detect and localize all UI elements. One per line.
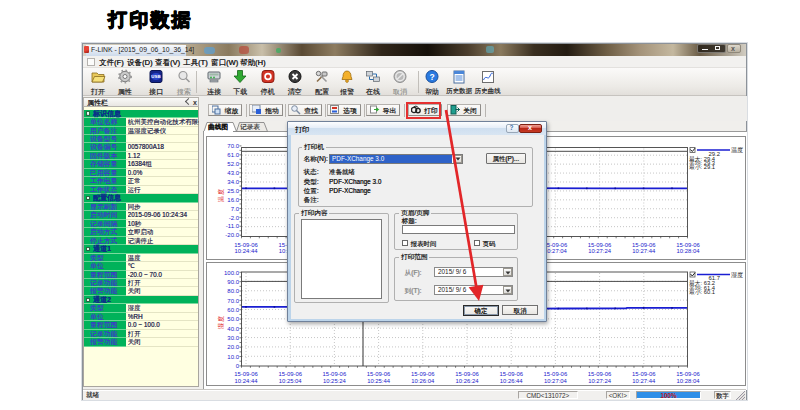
svg-text:最小: 29.1: 最小: 29.1 — [689, 164, 715, 170]
svg-text:-2.0: -2.0 — [229, 215, 240, 221]
svg-text:10:25:04: 10:25:04 — [279, 378, 303, 384]
svg-text:-11.0: -11.0 — [226, 223, 240, 229]
svg-text:60.0: 60.0 — [227, 307, 239, 313]
svg-text:-20.0: -20.0 — [225, 232, 239, 238]
svg-text:10:28:04: 10:28:04 — [677, 378, 701, 384]
svg-text:10:25:24: 10:25:24 — [323, 378, 347, 384]
svg-text:15-09-06: 15-09-06 — [676, 242, 700, 248]
svg-text:61.0: 61.0 — [227, 152, 239, 158]
svg-text:温度: 温度 — [731, 146, 743, 154]
svg-text:10:27:04: 10:27:04 — [544, 248, 568, 254]
svg-text:湿度: 湿度 — [731, 271, 743, 279]
svg-text:15-09-06: 15-09-06 — [234, 371, 258, 377]
svg-text:10:27:44: 10:27:44 — [632, 248, 656, 254]
svg-text:7.0: 7.0 — [231, 206, 240, 212]
svg-text:15-09-06: 15-09-06 — [278, 371, 302, 377]
svg-text:15-09-06: 15-09-06 — [323, 371, 347, 377]
svg-text:15-09-06: 15-09-06 — [367, 371, 391, 377]
svg-text:10:25:44: 10:25:44 — [367, 378, 391, 384]
svg-text:100.0: 100.0 — [224, 270, 240, 276]
svg-text:16.0: 16.0 — [227, 197, 239, 203]
svg-text:10.0: 10.0 — [227, 354, 239, 360]
svg-text:70.0: 70.0 — [227, 298, 239, 304]
svg-text:温度: 温度 — [217, 188, 225, 202]
svg-text:80.0: 80.0 — [227, 288, 239, 294]
svg-text:40.0: 40.0 — [227, 326, 239, 332]
svg-text:15-09-06: 15-09-06 — [234, 242, 258, 248]
svg-text:52.0: 52.0 — [227, 161, 239, 167]
svg-text:10:26:04: 10:26:04 — [411, 378, 435, 384]
svg-text:10:24:44: 10:24:44 — [235, 248, 259, 254]
svg-text:20.0: 20.0 — [227, 344, 239, 350]
svg-text:15-09-06: 15-09-06 — [632, 242, 656, 248]
svg-text:10:26:44: 10:26:44 — [500, 378, 524, 384]
svg-text:10:24:44: 10:24:44 — [235, 378, 259, 384]
svg-text:15-09-06: 15-09-06 — [632, 371, 656, 377]
svg-text:15-09-06: 15-09-06 — [588, 371, 612, 377]
svg-text:10:27:24: 10:27:24 — [588, 248, 612, 254]
svg-text:15-09-06: 15-09-06 — [676, 371, 700, 377]
svg-text:最小: 60.1: 最小: 60.1 — [689, 289, 715, 295]
svg-text:10:27:24: 10:27:24 — [588, 378, 612, 384]
svg-text:15-09-06: 15-09-06 — [455, 371, 479, 377]
svg-text:10:26:24: 10:26:24 — [456, 378, 480, 384]
svg-text:30.0: 30.0 — [227, 335, 239, 341]
svg-text:15-09-06: 15-09-06 — [499, 371, 523, 377]
svg-text:?: ? — [429, 72, 434, 82]
svg-text:25.0: 25.0 — [227, 188, 239, 194]
svg-text:34.0: 34.0 — [227, 179, 239, 185]
svg-text:70.0: 70.0 — [227, 143, 239, 149]
svg-text:15-09-06: 15-09-06 — [411, 371, 435, 377]
svg-text:15-09-06: 15-09-06 — [544, 242, 568, 248]
svg-text:湿度: 湿度 — [217, 315, 225, 329]
svg-text:43.0: 43.0 — [227, 170, 239, 176]
svg-text:10:27:04: 10:27:04 — [544, 378, 568, 384]
svg-text:10:28:04: 10:28:04 — [677, 248, 701, 254]
svg-text:USB: USB — [151, 74, 160, 79]
svg-text:50.0: 50.0 — [227, 316, 239, 322]
svg-text:15-09-06: 15-09-06 — [544, 371, 568, 377]
svg-text:10:27:44: 10:27:44 — [632, 378, 656, 384]
svg-text:15-09-06: 15-09-06 — [588, 242, 612, 248]
svg-text:90.0: 90.0 — [227, 279, 239, 285]
